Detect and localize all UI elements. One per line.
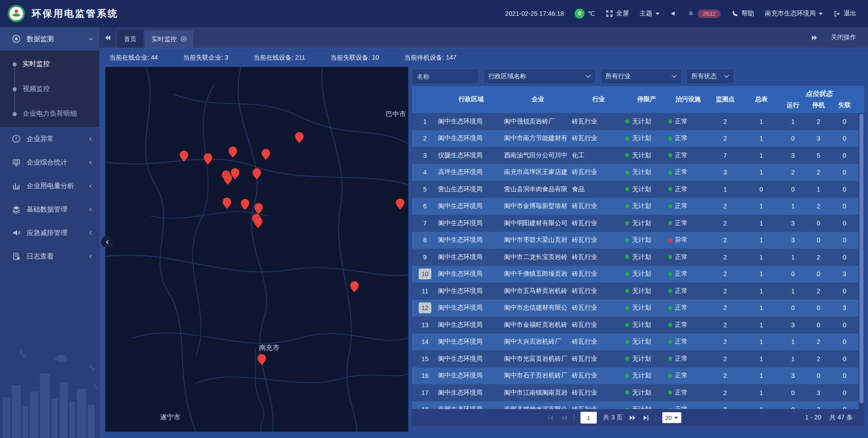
tab-实时监控[interactable]: 实时监控 <box>145 30 193 48</box>
cell-facility: 正常 <box>668 389 708 397</box>
sidebar-item-basic-data[interactable]: 基础数据管理 <box>0 198 99 221</box>
first-page-button[interactable] <box>547 415 554 421</box>
status-dot-green <box>625 306 629 310</box>
cell-industry: 砖瓦行业 <box>572 389 625 397</box>
sidebar-item-power-analysis[interactable]: 企业用电量分析 <box>0 174 99 198</box>
cell-index: 13 <box>412 321 438 329</box>
status-text: 无计划 <box>632 270 651 278</box>
chevron-left-icon <box>88 184 93 188</box>
theme-menu[interactable]: 主题 <box>640 9 660 18</box>
table-row[interactable]: 14阆中生态环境局阆中大兴页岩机砖厂砖瓦行业无计划正常21120 <box>412 334 864 351</box>
cell-enterprise: 阆中市石子页岩机砖厂 <box>504 372 572 380</box>
table-row[interactable]: 16阆中生态环境局阆中市石子页岩机砖厂砖瓦行业无计划正常21300 <box>412 367 864 385</box>
table-header: 行政区域企业行业停限产治污设施监测点总表点位状态运行停机失联 <box>412 86 864 113</box>
table-row[interactable]: 10阆中生态环境局阆中千佛镇五郎垭页岩砖瓦行业无计划正常21003 <box>412 266 864 283</box>
table-row[interactable]: 5营山生态环境局营山县润丰肉食品有限食品无计划正常10010 <box>412 181 864 198</box>
cell-facility: 正常 <box>668 219 708 227</box>
next-pages-button[interactable] <box>629 415 636 421</box>
tab-close-icon[interactable] <box>181 36 187 42</box>
cell-index: 5 <box>412 186 438 193</box>
sidebar-subitem[interactable]: 企业电力负荷明细 <box>0 101 99 126</box>
page-number-input[interactable] <box>580 412 597 424</box>
app-header: 环保用电监管系统 2021-02-25 17:46:18 0 ℃ 全屏 主题 <box>0 0 868 27</box>
sidebar-item-log-view[interactable]: 日志查看 <box>0 245 99 268</box>
status-text: 无计划 <box>632 236 651 244</box>
page-size-select[interactable]: 20 <box>662 412 681 423</box>
tab-label: 首页 <box>124 35 137 43</box>
cell-enterprise: 阆中市二龙长宝页岩砖 <box>504 253 572 261</box>
cell-facility: 正常 <box>668 151 708 160</box>
cell-index: 14 <box>412 338 438 345</box>
prev-pages-button[interactable] <box>561 415 567 421</box>
table-row[interactable]: 7阆中生态环境局阆中明阳建材有限公司砖瓦行业无计划正常21300 <box>412 215 864 232</box>
cell-lost: 0 <box>831 338 858 345</box>
cell-limit: 无计划 <box>625 304 668 312</box>
cell-points: 2 <box>708 287 742 295</box>
region-filter-select[interactable]: 行政区域名称 <box>483 69 596 84</box>
status-dot-green <box>668 306 672 310</box>
sidebar-subitem[interactable]: 实时监控 <box>0 52 99 76</box>
table-row[interactable]: 2阆中生态环境局阆中市南方节能建材有砖瓦行业无计划正常21030 <box>412 130 864 147</box>
table-row[interactable]: 13阆中生态环境局阆中市金福旺页岩机砖砖瓦行业无计划正常21300 <box>412 316 864 334</box>
mute-button[interactable] <box>670 10 677 17</box>
status-filter-select[interactable]: 所有状态 <box>686 69 734 84</box>
name-filter-input[interactable] <box>412 69 479 84</box>
gauge-icon <box>12 34 21 43</box>
notifications-button[interactable]: 2632 <box>688 9 721 18</box>
status-dot-green <box>625 272 629 276</box>
cell-points: 2 <box>708 321 742 329</box>
close-operations-button[interactable]: 关闭操作 <box>831 33 856 42</box>
status-text: 无计划 <box>632 405 651 409</box>
cell-run: 3 <box>780 220 806 227</box>
logout-button[interactable]: 退出 <box>834 9 856 18</box>
tab-label: 实时监控 <box>151 35 177 43</box>
tabs-scroll-right-button[interactable] <box>811 35 817 40</box>
sidebar-item-enterprise-abnormal[interactable]: 企业异常 <box>0 127 99 151</box>
sidebar-item-emergency-reduction[interactable]: 应急减排管理 <box>0 221 99 245</box>
cell-points: 7 <box>708 152 742 159</box>
sidebar-menu: 数据监测实时监控视频监控企业电力负荷明细企业异常企业综合统计企业用电量分析基础数… <box>0 27 99 268</box>
table-row[interactable]: 18南部生态环境局南部县斌华水泥有限公砖瓦行业无计划正常21030 <box>412 401 864 410</box>
table-row[interactable]: 6阆中生态环境局阆中市金博瑞新型墙材砖瓦行业无计划正常21120 <box>412 198 864 215</box>
col-header-lost: 失联 <box>831 101 858 109</box>
map[interactable]: 巴中市南充市遂宁市 <box>105 67 408 432</box>
last-page-button[interactable] <box>642 415 649 421</box>
sidebar-item-data-monitoring[interactable]: 数据监测 <box>0 27 99 51</box>
cell-stop: 0 <box>806 236 831 244</box>
table-row[interactable]: 1阆中生态环境局阆中强锐页岩砖厂砖瓦行业无计划正常21120 <box>412 113 864 130</box>
table-row[interactable]: 12阆中生态环境局阆中市忠信建材有限公砖瓦行业无计划正常21003 <box>412 300 864 317</box>
table-row[interactable]: 17阆中生态环境局阆中市江南镇阆南页岩砖瓦行业无计划正常21030 <box>412 384 864 401</box>
sidebar-subitem[interactable]: 视频监控 <box>0 76 99 101</box>
table-row[interactable]: 3仪陇生态环境局西南油气田分公司川中化工无计划正常71350 <box>412 147 864 164</box>
cell-facility: 正常 <box>668 372 708 380</box>
cell-industry: 砖瓦行业 <box>572 134 625 142</box>
status-dot-green <box>625 221 629 225</box>
cell-facility: 正常 <box>668 321 708 329</box>
org-menu[interactable]: 南充市生态环境局 <box>765 9 823 18</box>
cell-index: 3 <box>412 152 438 159</box>
first-page-icon <box>547 415 554 421</box>
cell-enterprise: 南充市高坪区王家店建 <box>504 168 572 176</box>
cell-region: 阆中生态环境局 <box>438 118 504 126</box>
status-text: 异常 <box>675 236 688 244</box>
table-scrollbar[interactable] <box>859 113 864 409</box>
table-row[interactable]: 11阆中生态环境局阆中市五马桥页岩机砖砖瓦行业无计划正常21120 <box>412 283 864 300</box>
industry-filter-select[interactable]: 所有行业 <box>600 69 682 84</box>
table-row[interactable]: 15阆中生态环境局阆中市光富页岩机砖厂砖瓦行业无计划正常21120 <box>412 350 864 367</box>
chevron-left-icon <box>88 207 93 212</box>
last-page-icon <box>642 415 649 421</box>
sidebar-item-enterprise-statistics[interactable]: 企业综合统计 <box>0 151 99 174</box>
help-button[interactable]: 帮助 <box>731 9 754 18</box>
table-row[interactable]: 4高坪生态环境局南充市高坪区王家店建砖瓦行业无计划正常31220 <box>412 164 864 181</box>
scrollbar-thumb[interactable] <box>859 114 863 403</box>
cell-meters: 1 <box>742 372 780 379</box>
tabs-scroll-left-button[interactable] <box>99 27 116 48</box>
table-row[interactable]: 9阆中生态环境局阆中市二龙长宝页岩砖砖瓦行业无计划正常21120 <box>412 249 864 266</box>
cell-industry: 砖瓦行业 <box>572 372 625 380</box>
table-row[interactable]: 8阆中生态环境局阆中市枣碧大梁山页岩砖瓦行业无计划异常21300 <box>412 232 864 249</box>
fullscreen-button[interactable]: 全屏 <box>606 9 629 18</box>
panel-collapse-button[interactable] <box>101 236 113 248</box>
datetime-label: 2021-02-25 17:46:18 <box>505 10 564 17</box>
tab-bar-actions: 关闭操作 <box>811 27 868 48</box>
tab-首页[interactable]: 首页 <box>117 30 143 48</box>
